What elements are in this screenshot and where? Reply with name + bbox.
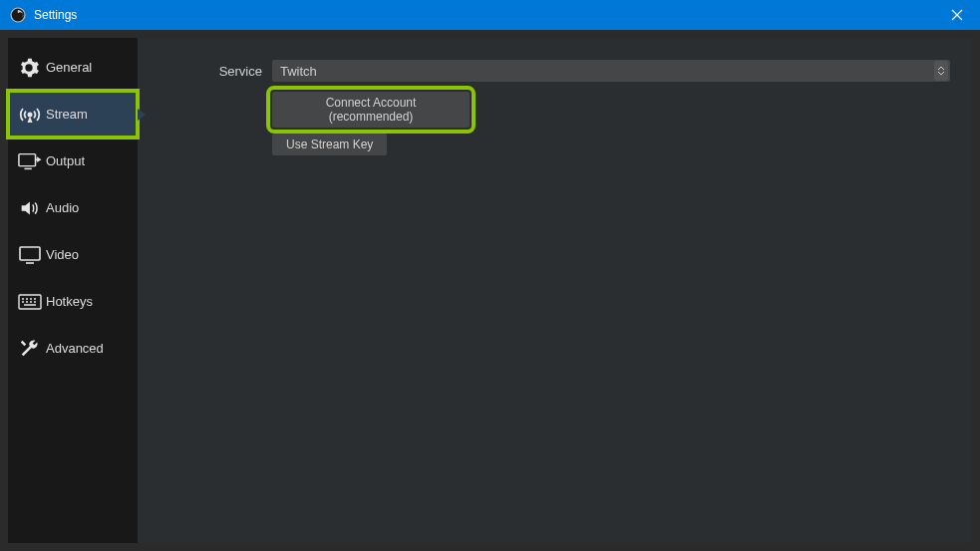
svg-rect-3	[20, 247, 40, 260]
sidebar-item-label: Video	[46, 247, 79, 262]
sidebar-item-label: General	[46, 60, 92, 75]
sidebar-item-video[interactable]: Video	[8, 231, 138, 278]
content-pane: Service Twitch Connect Account (recommen…	[138, 38, 972, 543]
sidebar: General Stream Output Audio Video	[8, 38, 138, 543]
sidebar-item-label: Output	[46, 153, 85, 168]
gear-icon	[18, 57, 46, 79]
sidebar-item-label: Stream	[46, 107, 88, 122]
service-select[interactable]: Twitch	[272, 60, 950, 82]
speaker-icon	[18, 197, 46, 219]
sidebar-item-audio[interactable]: Audio	[8, 184, 138, 231]
window-title: Settings	[34, 8, 77, 22]
obs-logo-icon	[10, 7, 26, 23]
sidebar-item-label: Advanced	[46, 341, 104, 356]
broadcast-icon	[18, 103, 46, 127]
svg-point-1	[28, 113, 31, 116]
sidebar-item-stream[interactable]: Stream	[8, 91, 138, 138]
sidebar-item-label: Audio	[46, 200, 79, 215]
connect-account-button[interactable]: Connect Account (recommended)	[272, 92, 470, 128]
sidebar-item-hotkeys[interactable]: Hotkeys	[8, 278, 138, 325]
service-select-value: Twitch	[280, 64, 317, 79]
svg-rect-2	[19, 153, 36, 165]
spinbox-icon	[934, 61, 948, 81]
sidebar-item-general[interactable]: General	[8, 44, 138, 91]
wrench-icon	[18, 338, 46, 360]
sidebar-item-advanced[interactable]: Advanced	[8, 325, 138, 372]
sidebar-item-label: Hotkeys	[46, 294, 93, 309]
service-label: Service	[160, 64, 272, 79]
close-button[interactable]	[934, 0, 980, 30]
output-icon	[18, 150, 46, 172]
monitor-icon	[18, 244, 46, 266]
titlebar: Settings	[0, 0, 980, 30]
close-icon	[951, 9, 963, 21]
sidebar-item-output[interactable]: Output	[8, 138, 138, 184]
keyboard-icon	[18, 293, 46, 311]
use-stream-key-button[interactable]: Use Stream Key	[272, 134, 387, 155]
